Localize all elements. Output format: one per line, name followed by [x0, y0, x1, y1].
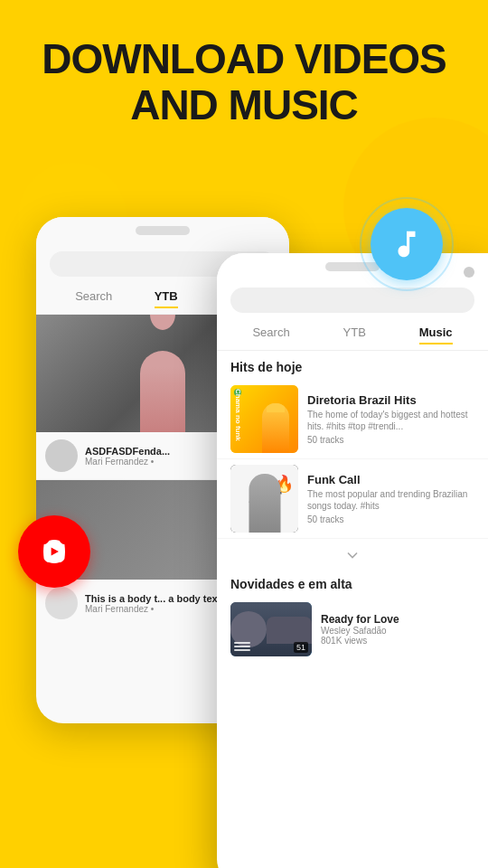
phone-back-tab-ytb[interactable]: YTB — [155, 289, 178, 308]
hero-title-line2: AND MUSIC — [130, 81, 358, 128]
music-thumb-2: JET 🔥 — [230, 465, 298, 533]
phone-front-camera — [464, 267, 474, 278]
video-section-title-1: Ready for Love — [321, 613, 399, 626]
phone-front-tab-music[interactable]: Music — [419, 326, 453, 344]
ready-person-body — [267, 617, 312, 644]
section-novidades-title: Novidades e em alta — [217, 571, 488, 597]
chevron-down-icon — [343, 546, 361, 564]
phone-front-tab-search[interactable]: Search — [252, 326, 289, 344]
person-figure — [140, 351, 185, 432]
music-note-svg — [389, 227, 424, 261]
thumb-text-1: Chama no funk — [234, 389, 242, 441]
avatar-1 — [45, 439, 78, 472]
menu-line — [234, 642, 250, 644]
menu-lines-icon — [234, 640, 250, 653]
music-title-2: Funk Call — [307, 473, 474, 486]
music-title-1: Diretoria Brazil Hits — [307, 393, 474, 407]
music-icon-circle[interactable] — [371, 208, 443, 280]
hero-title: DOWNLOAD VIDEOS AND MUSIC — [18, 36, 470, 127]
video-section-thumb-1: 51 — [230, 602, 312, 656]
music-tracks-1: 50 tracks — [307, 435, 474, 445]
chevron-down-button[interactable] — [217, 539, 488, 571]
phone-front: Search YTB Music Hits de hoje Chama no f… — [217, 253, 488, 868]
thumb-person-1 — [262, 403, 289, 453]
phone-front-tab-ytb[interactable]: YTB — [343, 326, 366, 344]
video-badge: 51 — [294, 642, 308, 653]
phone-front-tabs: Search YTB Music — [217, 320, 488, 351]
youtube-icon[interactable] — [18, 515, 90, 588]
hero-title-line1: DOWNLOAD VIDEOS — [42, 35, 446, 82]
music-thumb-1: Chama no funk — [230, 385, 298, 453]
music-info-2: Funk Call The most popular and trending … — [307, 473, 474, 524]
phone-back-tab-search[interactable]: Search — [75, 289, 112, 308]
avatar-2 — [45, 587, 78, 619]
music-item-1[interactable]: Chama no funk Diretoria Brazil Hits The … — [217, 380, 488, 459]
youtube-svg — [38, 535, 70, 568]
thumb-head-1 — [267, 403, 285, 412]
music-desc-1: The home of today's biggest and hottest … — [307, 409, 474, 432]
menu-line — [234, 649, 250, 651]
phones-area: Search YTB Music ASDFASDFenda... Mari Fe… — [0, 199, 488, 868]
music-info-1: Diretoria Brazil Hits The home of today'… — [307, 393, 474, 445]
music-tracks-2: 50 tracks — [307, 514, 474, 524]
phone-back-notch — [136, 226, 190, 235]
phone-back-notch-area — [36, 217, 289, 244]
video-section-author-1: Wesley Safadão — [321, 626, 399, 636]
menu-line — [234, 646, 250, 647]
video-section-views-1: 801K views — [321, 636, 399, 646]
video-section-info-1: Ready for Love Wesley Safadão 801K views — [321, 613, 399, 646]
funk-person — [249, 474, 280, 533]
person-head — [150, 315, 175, 330]
section-hits-title: Hits de hoje — [217, 351, 488, 380]
phone-front-search-bar[interactable] — [230, 288, 474, 313]
music-item-2[interactable]: JET 🔥 Funk Call The most popular and tre… — [217, 459, 488, 539]
thumb-overlay-1: Chama no funk — [230, 385, 298, 453]
video-section-item-1[interactable]: 51 Ready for Love Wesley Safadão 801K vi… — [217, 597, 488, 662]
music-desc-2: The most popular and trending Brazilian … — [307, 488, 474, 512]
